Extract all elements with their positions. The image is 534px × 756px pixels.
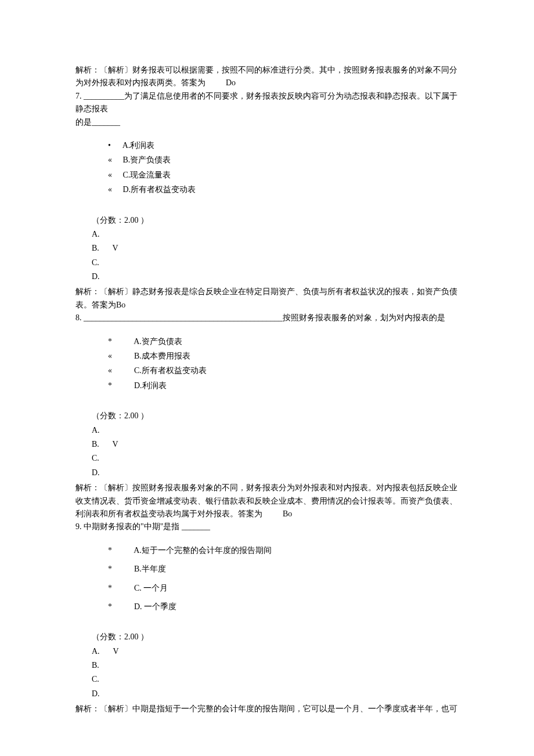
q8-option-d-text: D.利润表 — [134, 381, 167, 390]
bullet-icon: * — [108, 563, 121, 576]
q9-answer-block: （分数：2.00 ） A. V B. C. D. — [75, 631, 459, 700]
q8-analysis-text: 解析：〔解析〕按照财务报表服务对象的不同，财务报表分为对外报表和对内报表。对内报… — [75, 483, 457, 518]
q9-option-d-text: D. 一个季度 — [134, 602, 176, 611]
bullet-icon: * — [108, 379, 121, 392]
q6-answer-tag: Do — [226, 78, 236, 87]
bullet-icon: « — [108, 183, 121, 196]
q8-option-d: * D.利润表 — [75, 379, 459, 392]
q8-analysis: 解析：〔解析〕按照财务报表服务对象的不同，财务报表分为对外报表和对内报表。对内报… — [75, 482, 459, 520]
q7-option-d: « D.所有者权益变动表 — [75, 183, 459, 196]
q9-answer-b: B. — [75, 659, 459, 672]
q9-option-c-text: C. 一个月 — [134, 584, 168, 592]
bullet-icon: « — [108, 154, 121, 167]
q8-answer-c: C. — [75, 452, 459, 465]
q7-score: （分数：2.00 ） — [75, 214, 459, 227]
q9-correct-mark: V — [113, 647, 118, 656]
q7-option-c-text: C.现金流量表 — [123, 171, 171, 179]
q7-option-a: • A.利润表 — [75, 139, 459, 152]
q6-analysis: 解析：〔解析〕财务报表可以根据需要，按照不同的标准进行分类。其中，按照财务报表服… — [75, 64, 459, 90]
q8-answer-b-label: B. — [92, 440, 99, 448]
q7-answer-a: A. — [75, 228, 459, 241]
bullet-icon: * — [108, 601, 121, 613]
bullet-icon: * — [108, 544, 121, 557]
q7-option-d-text: D.所有者权益变动表 — [123, 185, 196, 194]
q7-stem-a: 7. __________为了满足信息使用者的不同要求，财务报表按反映内容可分为… — [75, 90, 459, 116]
q8-option-a-text: A.资产负债表 — [134, 337, 182, 346]
q7-answer-block: （分数：2.00 ） A. B. V C. D. — [75, 214, 459, 284]
q7-answer-b: B. V — [75, 242, 459, 255]
q7-answer-c: C. — [75, 256, 459, 269]
bullet-icon: « — [108, 364, 121, 377]
q7-correct-mark: V — [113, 244, 118, 252]
q9-options: * A.短于一个完整的会计年度的报告期间 * B.半年度 * C. 一个月 * … — [75, 544, 459, 614]
q7-answer-b-label: B. — [92, 244, 99, 252]
q8-option-b: « B.成本费用报表 — [75, 350, 459, 363]
q7-answer-d: D. — [75, 270, 459, 283]
q7-analysis: 解析：〔解析〕静态财务报表是综合反映企业在特定日期资产、负债与所有者权益状况的报… — [75, 285, 459, 312]
q8-option-c: « C.所有者权益变动表 — [75, 364, 459, 377]
q7-option-b-text: B.资产负债表 — [123, 155, 171, 164]
q7-options: • A.利润表 « B.资产负债表 « C.现金流量表 « D.所有者权益变动表 — [75, 139, 459, 197]
q8-correct-mark: V — [113, 440, 118, 448]
q7-option-b: « B.资产负债表 — [75, 154, 459, 167]
q9-option-d: * D. 一个季度 — [75, 601, 459, 613]
q9-option-b: * B.半年度 — [75, 563, 459, 576]
q8-option-c-text: C.所有者权益变动表 — [134, 366, 207, 375]
q8-options: * A.资产负债表 « B.成本费用报表 « C.所有者权益变动表 * D.利润… — [75, 335, 459, 393]
bullet-icon: * — [108, 335, 121, 348]
q8-answer-tag: Bo — [283, 509, 292, 518]
q9-option-a-text: A.短于一个完整的会计年度的报告期间 — [134, 546, 272, 555]
bullet-icon: * — [108, 582, 121, 595]
q8-stem: 8. _____________________________________… — [75, 312, 459, 324]
q8-answer-block: （分数：2.00 ） A. B. V C. D. — [75, 410, 459, 479]
q9-option-a: * A.短于一个完整的会计年度的报告期间 — [75, 544, 459, 557]
q8-answer-b: B. V — [75, 438, 459, 451]
q9-analysis: 解析：〔解析〕中期是指短于一个完整的会计年度的报告期间，它可以是一个月、一个季度… — [75, 703, 459, 715]
q9-option-c: * C. 一个月 — [75, 582, 459, 595]
q7-stem-b: 的是_______ — [75, 116, 459, 129]
q8-answer-a: A. — [75, 424, 459, 437]
bullet-icon: « — [108, 169, 121, 182]
q9-answer-c: C. — [75, 673, 459, 686]
q8-score: （分数：2.00 ） — [75, 410, 459, 422]
q9-answer-a: A. V — [75, 645, 459, 658]
bullet-icon: « — [108, 350, 121, 363]
q9-score: （分数：2.00 ） — [75, 631, 459, 643]
q9-answer-a-label: A. — [92, 647, 100, 656]
q9-stem: 9. 中期财务报表的"中期"是指 _______ — [75, 520, 459, 533]
q8-answer-d: D. — [75, 466, 459, 479]
bullet-icon: • — [108, 139, 121, 152]
q7-option-c: « C.现金流量表 — [75, 169, 459, 182]
q8-option-a: * A.资产负债表 — [75, 335, 459, 348]
q7-option-a-text: A.利润表 — [122, 141, 155, 150]
q8-option-b-text: B.成本费用报表 — [134, 352, 190, 360]
q9-option-b-text: B.半年度 — [134, 565, 166, 573]
q6-analysis-text: 解析：〔解析〕财务报表可以根据需要，按照不同的标准进行分类。其中，按照财务报表服… — [75, 66, 457, 87]
q9-answer-d: D. — [75, 688, 459, 700]
